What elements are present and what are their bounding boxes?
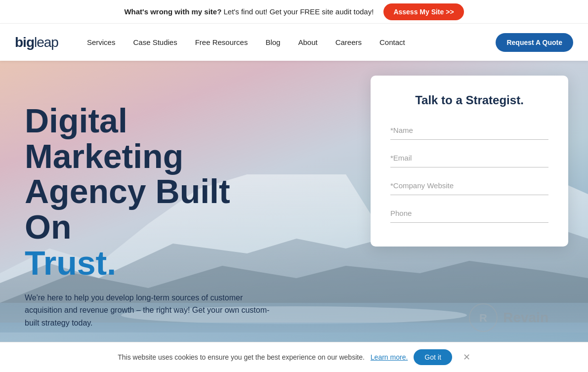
request-quote-button[interactable]: Request A Quote bbox=[496, 33, 573, 52]
cookie-text: This website uses cookies to ensure you … bbox=[118, 353, 365, 361]
form-title: Talk to a Strategist. bbox=[390, 93, 548, 107]
svg-text:R: R bbox=[479, 312, 487, 324]
nav-free-resources[interactable]: Free Resources bbox=[186, 24, 257, 61]
hero-title-line1: Digital Marketing bbox=[25, 102, 183, 174]
logo-text-leap: leap bbox=[34, 35, 58, 50]
form-card: Talk to a Strategist. bbox=[371, 76, 568, 247]
logo[interactable]: bigleap bbox=[15, 35, 58, 50]
nav-about[interactable]: About bbox=[289, 24, 326, 61]
hero-subtitle: We're here to help you develop long-term… bbox=[25, 291, 272, 330]
phone-input[interactable] bbox=[390, 204, 548, 223]
name-input[interactable] bbox=[390, 121, 548, 140]
assess-button[interactable]: Assess My Site >> bbox=[383, 3, 463, 20]
banner-text: What's wrong with my site? Let's find ou… bbox=[124, 7, 374, 16]
hero-title-line2: Agency Built On bbox=[25, 172, 230, 245]
email-input[interactable] bbox=[390, 149, 548, 167]
revain-watermark: R Revain bbox=[468, 303, 548, 332]
top-banner: What's wrong with my site? Let's find ou… bbox=[0, 0, 588, 24]
cookie-learn-more-link[interactable]: Learn more. bbox=[371, 353, 408, 361]
revain-text-label: Revain bbox=[503, 310, 548, 326]
nav-links: Services Case Studies Free Resources Blo… bbox=[78, 24, 496, 61]
navbar: bigleap Services Case Studies Free Resou… bbox=[0, 24, 588, 61]
revain-logo-icon: R bbox=[468, 303, 498, 332]
nav-careers[interactable]: Careers bbox=[327, 24, 371, 61]
hero-title-trust: Trust. bbox=[25, 244, 116, 282]
nav-case-studies[interactable]: Case Studies bbox=[124, 24, 186, 61]
got-it-button[interactable]: Got it bbox=[414, 349, 452, 365]
hero-section: Digital Marketing Agency Built On Trust.… bbox=[0, 61, 588, 372]
cookie-banner: This website uses cookies to ensure you … bbox=[0, 342, 588, 372]
website-input[interactable] bbox=[390, 176, 548, 195]
logo-text-big: big bbox=[15, 35, 34, 50]
nav-services[interactable]: Services bbox=[78, 24, 125, 61]
nav-contact[interactable]: Contact bbox=[371, 24, 414, 61]
hero-title: Digital Marketing Agency Built On Trust. bbox=[25, 103, 282, 281]
nav-blog[interactable]: Blog bbox=[256, 24, 289, 61]
hero-content: Digital Marketing Agency Built On Trust.… bbox=[0, 103, 306, 329]
cookie-close-icon[interactable]: ✕ bbox=[463, 352, 470, 363]
